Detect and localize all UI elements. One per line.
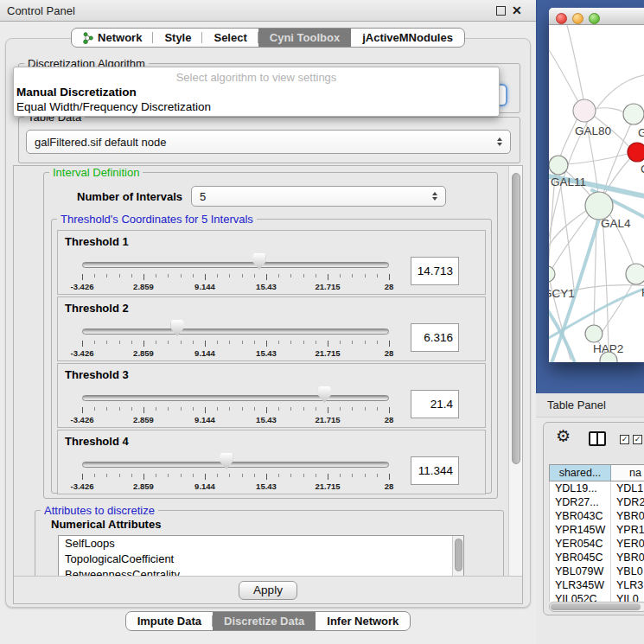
cell-shared-name[interactable]: YLR345W bbox=[550, 578, 611, 592]
spinner-icon bbox=[432, 192, 437, 201]
table-row[interactable]: YDL19...YDL1 bbox=[550, 481, 644, 495]
cell-name[interactable]: YBL0 bbox=[611, 564, 644, 578]
number-of-intervals-combobox[interactable]: 5 bbox=[191, 186, 446, 207]
threshold-label: Threshold 2 bbox=[65, 302, 129, 315]
attribute-item[interactable]: SelfLoops bbox=[59, 536, 463, 552]
tab-select[interactable]: Select bbox=[202, 29, 258, 47]
node-label: GA bbox=[638, 126, 644, 139]
tick-label: 15.43 bbox=[256, 348, 277, 358]
tab-impute-data[interactable]: Impute Data bbox=[126, 612, 213, 630]
network-edge[interactable] bbox=[559, 175, 575, 298]
network-node-gal11[interactable] bbox=[549, 156, 568, 175]
network-canvas[interactable]: GAL80GACGAL11GAL4GCY1HHAP2 bbox=[549, 25, 644, 362]
column-header-shared-name[interactable]: shared... bbox=[550, 465, 611, 481]
slider-track[interactable] bbox=[82, 262, 389, 268]
network-node-h[interactable] bbox=[626, 264, 644, 284]
tab-cyni-toolbox[interactable]: Cyni Toolbox bbox=[258, 29, 351, 47]
gear-icon[interactable]: ⚙ bbox=[556, 426, 571, 446]
table-data-combobox[interactable]: galFiltered.sif default node bbox=[26, 130, 511, 154]
cell-name[interactable]: YBR0 bbox=[611, 551, 644, 564]
network-node-ga[interactable] bbox=[623, 104, 644, 124]
checkbox-icon[interactable]: ✓ bbox=[620, 435, 629, 444]
threshold-value-field[interactable] bbox=[411, 257, 459, 285]
scrollbar-thumb[interactable] bbox=[512, 173, 520, 464]
settings-scroll-panel: Interval Definition Number of Intervals … bbox=[13, 165, 523, 604]
numerical-attributes-label: Numerical Attributes bbox=[51, 518, 161, 531]
apply-button[interactable]: Apply bbox=[239, 581, 297, 600]
cell-shared-name[interactable]: YIL052C bbox=[550, 592, 611, 602]
table-row[interactable]: YPR145WYPR1 bbox=[550, 523, 644, 537]
checkbox-icon[interactable]: ✓ bbox=[633, 435, 642, 444]
close-traffic-light-icon[interactable] bbox=[556, 13, 567, 24]
tab-style[interactable]: Style bbox=[153, 29, 202, 47]
tab-label: Cyni Toolbox bbox=[270, 29, 340, 47]
network-edge[interactable] bbox=[599, 284, 633, 337]
panel-vertical-scrollbar[interactable] bbox=[508, 166, 522, 577]
tab-discretize-data[interactable]: Discretize Data bbox=[213, 612, 316, 630]
slider-track[interactable] bbox=[82, 462, 389, 468]
table-row[interactable]: YBR043CYBR0 bbox=[550, 509, 644, 523]
scrollbar-thumb[interactable] bbox=[455, 539, 462, 571]
cell-name[interactable]: YPR1 bbox=[611, 523, 644, 537]
cell-name[interactable]: YER0 bbox=[611, 537, 644, 551]
slider-track[interactable] bbox=[82, 395, 389, 401]
zoom-traffic-light-icon[interactable] bbox=[589, 13, 600, 24]
network-edge[interactable] bbox=[567, 25, 583, 99]
algorithm-hint-option[interactable]: Select algorithm to view settings bbox=[14, 71, 499, 86]
table-body[interactable]: YDL19...YDL1YDR27...YDR2YBR043CYBR0YPR14… bbox=[549, 481, 644, 602]
attribute-item[interactable]: TopologicalCoefficient bbox=[59, 552, 463, 567]
number-of-intervals-value: 5 bbox=[200, 190, 206, 203]
cell-shared-name[interactable]: YBR043C bbox=[550, 509, 611, 523]
tick-label: 21.715 bbox=[315, 348, 340, 358]
cell-name[interactable]: YBR0 bbox=[611, 509, 644, 523]
network-node-hap2[interactable] bbox=[585, 325, 603, 342]
algorithm-option[interactable]: Equal Width/Frequency Discretization bbox=[14, 100, 499, 115]
node-label: GAL11 bbox=[551, 175, 586, 188]
table-row[interactable]: YLR345WYLR3 bbox=[550, 578, 644, 592]
table-row[interactable]: YBR045CYBR0 bbox=[550, 551, 644, 564]
scrollbar-thumb[interactable] bbox=[551, 603, 641, 610]
table-horizontal-scrollbar[interactable] bbox=[549, 602, 644, 612]
tick-label: 21.715 bbox=[315, 282, 340, 291]
columns-icon[interactable] bbox=[589, 431, 606, 446]
tab-network[interactable]: Network bbox=[72, 29, 153, 47]
cell-name[interactable]: YIL0 bbox=[611, 592, 644, 602]
network-edge-highlighted[interactable] bbox=[549, 304, 575, 362]
tab-jactivemnodules[interactable]: jActiveMNodules bbox=[351, 29, 464, 47]
algorithm-option[interactable]: Manual Discretization bbox=[14, 86, 499, 100]
cell-name[interactable]: YLR3 bbox=[611, 578, 644, 592]
table-row[interactable]: YIL052CYIL0 bbox=[550, 592, 644, 602]
network-node-gal80[interactable] bbox=[573, 99, 596, 122]
network-view-window[interactable]: GAL80GACGAL11GAL4GCY1HHAP2 bbox=[549, 8, 644, 362]
table-row[interactable]: YBL079WYBL0 bbox=[550, 564, 644, 578]
network-edge[interactable] bbox=[549, 50, 578, 102]
threshold-value-field[interactable] bbox=[411, 456, 459, 485]
cell-name[interactable]: YDR2 bbox=[611, 495, 644, 509]
network-edge[interactable] bbox=[595, 108, 624, 112]
cell-shared-name[interactable]: YBL079W bbox=[550, 564, 611, 578]
network-edge[interactable] bbox=[567, 154, 628, 164]
table-row[interactable]: YDR27...YDR2 bbox=[550, 495, 644, 509]
apply-strip: Apply bbox=[14, 576, 522, 603]
threshold-value-field[interactable] bbox=[411, 323, 459, 352]
slider-track[interactable] bbox=[82, 328, 389, 335]
table-row[interactable]: YER054CYER0 bbox=[550, 537, 644, 551]
cell-shared-name[interactable]: YER054C bbox=[550, 537, 611, 551]
close-icon[interactable]: ✕ bbox=[512, 2, 522, 20]
network-node-gal4[interactable] bbox=[585, 192, 613, 220]
float-icon[interactable] bbox=[496, 6, 506, 16]
threshold-value-field[interactable] bbox=[411, 390, 459, 418]
cell-shared-name[interactable]: YDL19... bbox=[550, 481, 611, 495]
cell-name[interactable]: YDL1 bbox=[611, 481, 644, 495]
network-window-titlebar[interactable] bbox=[549, 8, 644, 25]
network-node-c[interactable] bbox=[628, 143, 644, 162]
column-header-name[interactable]: na bbox=[611, 465, 644, 481]
cell-shared-name[interactable]: YPR145W bbox=[550, 523, 611, 537]
tab-infer-network[interactable]: Infer Network bbox=[316, 612, 410, 630]
cell-shared-name[interactable]: YDR27... bbox=[550, 495, 611, 509]
minimize-traffic-light-icon[interactable] bbox=[572, 13, 583, 24]
cell-shared-name[interactable]: YBR045C bbox=[550, 551, 611, 564]
numerical-attributes-list[interactable]: SelfLoopsTopologicalCoefficientBetweenne… bbox=[58, 535, 464, 577]
attributes-scrollbar[interactable] bbox=[452, 536, 463, 577]
network-node-gcy1[interactable] bbox=[549, 266, 555, 282]
